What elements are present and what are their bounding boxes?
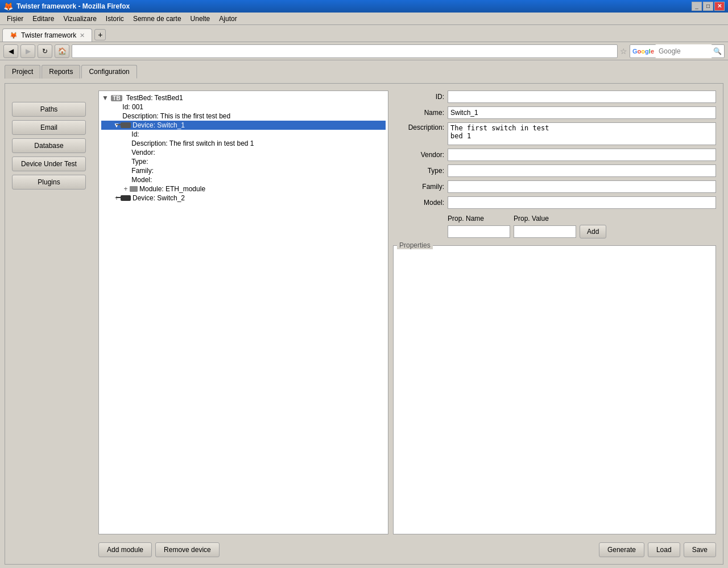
title-bar: 🦊 Twister framework - Mozilla Firefox _ … (0, 0, 728, 13)
tab-reports[interactable]: Reports (42, 65, 80, 79)
sidebar-dut-button[interactable]: Device Under Test (12, 157, 86, 171)
menu-ajutor[interactable]: Ajutor (214, 14, 241, 24)
tab-close-icon[interactable]: ✕ (80, 32, 85, 39)
home-button[interactable]: 🏠 (55, 44, 69, 58)
tree-item-label-7: Family: (131, 167, 154, 175)
model-row: Model: (393, 196, 716, 209)
tab-project[interactable]: Project (5, 65, 40, 79)
menu-unelte[interactable]: Unelte (186, 14, 215, 24)
browser-tabs: 🦊 Twister framework ✕ + (0, 25, 728, 42)
config-panel: Paths Email Database Device Under Test P… (5, 83, 723, 565)
forward-button[interactable]: ▶ (20, 44, 35, 58)
device-icon-2 (121, 122, 131, 128)
tree-item-label-2: Device: Switch_1 (133, 121, 185, 129)
tree-item-6[interactable]: Type: (101, 157, 386, 166)
prop-input-row: Add (393, 225, 716, 238)
vendor-input[interactable] (448, 149, 716, 161)
tree-item-label-4: Description: The first switch in test be… (131, 139, 254, 147)
firefox-icon: 🦊 (3, 2, 13, 11)
main-content: Project Reports Configuration Paths Emai… (0, 60, 728, 568)
tree-item-label-9: Module: ETH_module (139, 185, 205, 193)
prop-value-input[interactable] (514, 225, 576, 238)
tree-item-9[interactable]: + Module: ETH_module (101, 184, 386, 194)
name-label: Name: (393, 109, 444, 117)
model-input[interactable] (448, 196, 716, 209)
close-button[interactable]: ✕ (714, 2, 725, 11)
tree-item-5[interactable]: Vendor: (101, 148, 386, 157)
url-input[interactable]: tsc-server/test/ (72, 44, 618, 58)
tree-panel[interactable]: ▼ TB TestBed: TestBed1 Id: 001 Descripti… (98, 90, 388, 534)
add-prop-button[interactable]: Add (580, 225, 606, 238)
tree-and-form: ▼ TB TestBed: TestBed1 Id: 001 Descripti… (98, 90, 716, 534)
tree-item-4[interactable]: Description: The first switch in test be… (101, 139, 386, 148)
sidebar-paths-button[interactable]: Paths (12, 102, 86, 117)
prop-headers: Prop. Name Prop. Value (393, 215, 716, 223)
name-input[interactable] (448, 106, 716, 119)
window-title: Twister framework - Mozilla Firefox (16, 2, 130, 10)
sidebar-plugins-button[interactable]: Plugins (12, 175, 86, 190)
tree-root-label: TestBed: TestBed1 (126, 94, 183, 102)
tree-item-0[interactable]: Id: 001 (101, 102, 386, 112)
minimize-button[interactable]: _ (692, 2, 702, 11)
vendor-row: Vendor: (393, 149, 716, 161)
menu-vizualizare[interactable]: Vizualizare (59, 14, 101, 24)
save-button[interactable]: Save (684, 542, 716, 557)
tab-configuration[interactable]: Configuration (81, 65, 136, 79)
sidebar-database-button[interactable]: Database (12, 138, 86, 153)
load-button[interactable]: Load (648, 542, 680, 557)
tree-root[interactable]: ▼ TB TestBed: TestBed1 (101, 93, 386, 102)
bottom-right-buttons: Generate Load Save (599, 542, 716, 557)
name-row: Name: (393, 106, 716, 119)
bottom-buttons: Add module Remove device Generate Load S… (98, 539, 716, 557)
sidebar-email-button[interactable]: Email (12, 120, 86, 135)
id-input[interactable] (448, 90, 716, 103)
description-input[interactable]: The first switch in test bed 1 (448, 122, 716, 145)
tb-badge: TB (111, 95, 122, 101)
refresh-button[interactable]: ↻ (38, 44, 52, 58)
new-tab-button[interactable]: + (94, 29, 106, 40)
maximize-button[interactable]: □ (703, 2, 713, 11)
tree-item-8[interactable]: Model: (101, 175, 386, 184)
search-icon[interactable]: 🔍 (713, 47, 722, 55)
prop-name-input[interactable] (448, 225, 510, 238)
vendor-label: Vendor: (393, 151, 444, 159)
properties-legend: Properties (397, 241, 433, 249)
tree-root-toggle[interactable]: ▼ (101, 94, 109, 102)
prop-value-header: Prop. Value (514, 215, 576, 223)
id-label: ID: (393, 93, 444, 101)
type-input[interactable] (448, 164, 716, 177)
id-row: ID: (393, 90, 716, 103)
bottom-left-buttons: Add module Remove device (98, 542, 220, 557)
tab-project-label: Project (12, 68, 33, 76)
family-input[interactable] (448, 180, 716, 193)
tree-item-1[interactable]: Description: This is the first test bed (101, 112, 386, 121)
device-icon-10 (121, 195, 131, 201)
tree-item-label-3: Id: (131, 130, 139, 138)
tab-reports-label: Reports (49, 68, 73, 76)
back-button[interactable]: ◀ (3, 44, 18, 58)
search-input[interactable] (655, 44, 712, 58)
menu-editare[interactable]: Editare (28, 14, 59, 24)
tree-item-10[interactable]: + Device: Switch_2 (101, 194, 386, 203)
tree-item-label-6: Type: (131, 158, 148, 166)
content-area: ▼ TB TestBed: TestBed1 Id: 001 Descripti… (98, 90, 716, 557)
family-row: Family: (393, 180, 716, 193)
bookmark-star-icon[interactable]: ☆ (620, 47, 627, 56)
add-module-button[interactable]: Add module (98, 542, 152, 557)
google-logo: Google (632, 48, 654, 55)
type-label: Type: (393, 167, 444, 175)
remove-device-button[interactable]: Remove device (155, 542, 220, 557)
tree-item-3[interactable]: Id: (101, 130, 386, 139)
browser-tab-twister[interactable]: 🦊 Twister framework ✕ (2, 28, 92, 42)
tree-item-2[interactable]: ▼ Device: Switch_1 (101, 121, 386, 130)
menu-fisier[interactable]: Fișier (2, 14, 28, 24)
description-row: Description: The first switch in test be… (393, 122, 716, 145)
menu-semne[interactable]: Semne de carte (129, 14, 186, 24)
tree-item-7[interactable]: Family: (101, 166, 386, 175)
generate-button[interactable]: Generate (599, 542, 644, 557)
browser-tab-label: Twister framework (21, 31, 76, 39)
address-bar: ◀ ▶ ↻ 🏠 tsc-server/test/ ☆ Google 🔍 (0, 42, 728, 60)
tree-item-label-5: Vendor: (131, 149, 155, 157)
menu-istoric[interactable]: Istoric (101, 14, 129, 24)
tree-item-label-8: Model: (131, 176, 152, 184)
